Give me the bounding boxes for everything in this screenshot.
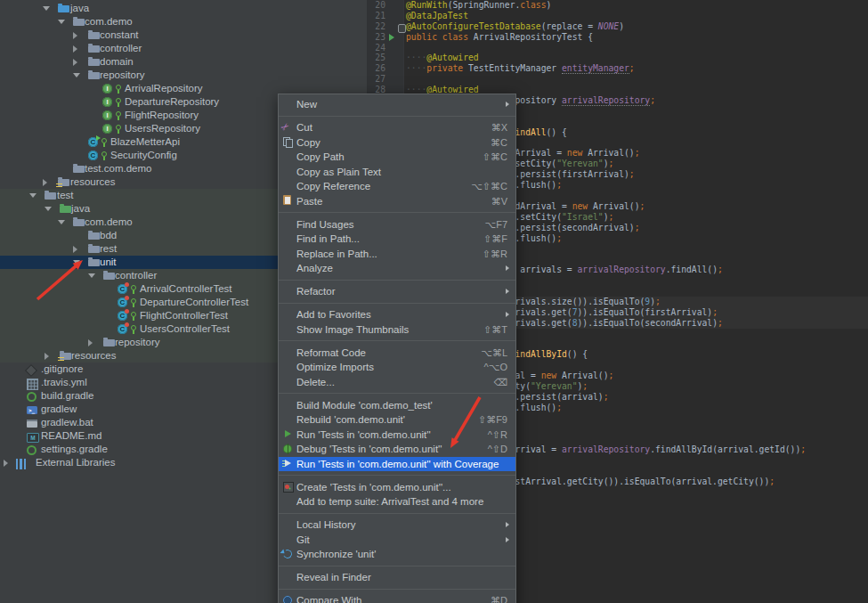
- menu-item-optimize-imports[interactable]: Optimize Imports^⌥O: [279, 360, 515, 375]
- line-number: 26: [367, 63, 385, 74]
- class-test-icon: C: [118, 284, 127, 294]
- iface-icon: I: [102, 97, 112, 107]
- menu-item-local-history[interactable]: Local History: [279, 517, 515, 533]
- menu-separator: [279, 276, 515, 285]
- line-number: 22: [367, 21, 385, 32]
- collapse-arrow-icon[interactable]: [45, 207, 52, 211]
- expand-arrow-icon[interactable]: [88, 339, 93, 346]
- pkg-icon: [73, 219, 85, 226]
- menu-item-paste[interactable]: Paste⌘V: [279, 194, 515, 209]
- menu-item-label: Create 'Tests in 'com.demo.unit''...: [296, 482, 451, 493]
- collapse-arrow-icon[interactable]: [29, 193, 37, 198]
- menu-shortcut: ⇧⌘R: [483, 247, 507, 262]
- menu-item-cut[interactable]: Cut⌘X: [279, 120, 515, 135]
- tree-row-controller[interactable]: controller: [0, 42, 367, 55]
- menu-item-refactor[interactable]: Refactor: [279, 284, 515, 299]
- menu-item-reveal-in-finder[interactable]: Reveal in Finder: [279, 570, 515, 585]
- collapse-arrow-icon[interactable]: [88, 273, 95, 278]
- menu-item-find-in-path[interactable]: Find in Path...⇧⌘F: [279, 232, 515, 247]
- paste-icon: [281, 195, 295, 207]
- code-line: @RunWith(SpringRunner.class): [406, 0, 806, 11]
- menu-separator: [279, 112, 515, 121]
- menu-item-build-module-com-demo-test[interactable]: Build Module 'com.demo_test': [279, 398, 515, 413]
- folder-res-icon: [60, 353, 71, 360]
- menu-item-label: Refactor: [296, 286, 335, 297]
- menu-item-label: Build Module 'com.demo_test': [296, 400, 433, 411]
- tree-item-label: build.gradle: [41, 389, 93, 403]
- menu-item-replace-in-path[interactable]: Replace in Path...⇧⌘R: [279, 247, 515, 262]
- collapse-arrow-icon[interactable]: [58, 220, 65, 224]
- expand-arrow-icon[interactable]: [73, 45, 77, 53]
- pkg-icon: [73, 166, 85, 173]
- tree-item-label: controller: [100, 42, 142, 55]
- menu-item-copy[interactable]: Copy⌘C: [279, 135, 515, 151]
- console-icon: [27, 406, 37, 414]
- menu-separator: [279, 389, 515, 398]
- menu-separator: [279, 509, 515, 518]
- menu-item-add-to-temp-suite-arrivaltest-and-4-more[interactable]: Add to temp suite: ArrivalTest and 4 mor…: [279, 494, 515, 509]
- tree-item-label: controller: [115, 269, 157, 282]
- expand-arrow-icon[interactable]: [43, 179, 47, 186]
- menu-item-copy-reference[interactable]: Copy Reference⌥⇧⌘C: [279, 179, 515, 194]
- tree-item-label: constant: [100, 29, 138, 42]
- menu-item-reformat-code[interactable]: Reformat Code⌥⌘L: [279, 346, 515, 361]
- line-number: 24: [367, 43, 385, 53]
- menu-item-find-usages[interactable]: Find Usages⌥F7: [279, 217, 515, 232]
- tree-row-com-demo[interactable]: com.demo: [0, 15, 367, 29]
- menu-item-label: Show Image Thumbnails: [296, 324, 409, 335]
- menu-item-label: Add to temp suite: ArrivalTest and 4 mor…: [296, 496, 483, 507]
- menu-item-copy-path[interactable]: Copy Path⇧⌘C: [279, 150, 515, 165]
- menu-item-rebuild-com-demo-unit[interactable]: Rebuild 'com.demo.unit'⇧⌘F9: [279, 412, 515, 428]
- expand-arrow-icon[interactable]: [73, 246, 77, 253]
- compare-icon: [281, 595, 295, 603]
- menu-item-show-image-thumbnails[interactable]: Show Image Thumbnails⇧⌘T: [279, 322, 515, 338]
- context-menu[interactable]: NewCut⌘XCopy⌘CCopy Path⇧⌘CCopy as Plain …: [278, 94, 516, 603]
- menu-shortcut: ⇧⌘T: [483, 322, 507, 338]
- menu-item-label: Find Usages: [296, 219, 354, 230]
- menu-item-add-to-favorites[interactable]: Add to Favorites: [279, 307, 515, 322]
- tree-row-constant[interactable]: constant: [0, 29, 367, 42]
- debug-icon: [281, 444, 295, 455]
- tree-row-java[interactable]: java: [0, 2, 367, 15]
- menu-item-run-tests-in-com-demo-unit[interactable]: Run 'Tests in 'com.demo.unit''^⇧R: [279, 428, 515, 443]
- gutter-run-class-icon[interactable]: [389, 34, 394, 41]
- menu-item-run-tests-in-com-demo-unit-with-coverage[interactable]: Run 'Tests in 'com.demo.unit'' with Cove…: [279, 457, 515, 472]
- menu-item-git[interactable]: Git: [279, 533, 515, 548]
- collapse-arrow-icon[interactable]: [73, 260, 80, 265]
- menu-separator: [279, 299, 515, 308]
- menu-item-debug-tests-in-com-demo-unit[interactable]: Debug 'Tests in 'com.demo.unit''^⇧D: [279, 442, 515, 457]
- submenu-arrow-icon: [506, 102, 509, 107]
- menu-item-new[interactable]: New: [279, 97, 515, 112]
- expand-arrow-icon[interactable]: [45, 353, 49, 360]
- menu-item-synchronize-unit[interactable]: Synchronize 'unit': [279, 547, 515, 562]
- menu-item-create-tests-in-com-demo-unit[interactable]: Create 'Tests in 'com.demo.unit''...: [279, 480, 515, 495]
- tree-row-domain[interactable]: domain: [0, 55, 367, 69]
- menu-shortcut: ⌥⌘L: [481, 346, 507, 361]
- menu-item-copy-as-plain-text[interactable]: Copy as Plain Text: [279, 165, 515, 180]
- menu-item-label: New: [296, 99, 317, 110]
- visibility-key-icon: [115, 125, 121, 134]
- menu-separator: [279, 337, 515, 346]
- pkg-icon: [73, 19, 85, 26]
- folder-res-icon: [58, 179, 69, 186]
- tree-item-label: test: [57, 189, 74, 202]
- menu-item-label: Copy Path: [296, 151, 345, 162]
- menu-item-label: Copy as Plain Text: [296, 167, 381, 177]
- menu-shortcut: ⌥F7: [484, 217, 507, 232]
- collapse-arrow-icon[interactable]: [43, 6, 50, 11]
- pkg-icon: [88, 259, 100, 266]
- menu-item-delete[interactable]: Delete...⌫: [279, 375, 515, 390]
- tree-item-label: resources: [70, 175, 116, 189]
- menu-item-compare-with[interactable]: Compare With⌘D: [279, 593, 515, 603]
- tree-item-label: SecurityConfig: [110, 149, 177, 162]
- expand-arrow-icon[interactable]: [73, 32, 77, 39]
- menu-item-analyze[interactable]: Analyze: [279, 261, 515, 276]
- tree-row-repository[interactable]: repository: [0, 69, 367, 82]
- visibility-key-icon: [130, 285, 136, 294]
- expand-arrow-icon[interactable]: [73, 59, 77, 66]
- expand-arrow-icon[interactable]: [4, 460, 8, 467]
- collapse-arrow-icon[interactable]: [58, 20, 65, 24]
- visibility-key-icon: [101, 151, 107, 160]
- tree-item-label: com.demo: [85, 216, 133, 229]
- collapse-arrow-icon[interactable]: [73, 73, 80, 77]
